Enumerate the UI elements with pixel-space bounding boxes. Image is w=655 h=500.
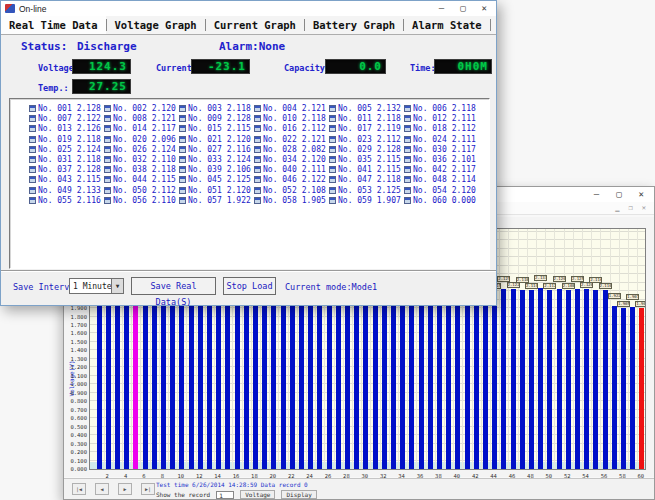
minimize-icon[interactable]: — (594, 190, 599, 199)
cell-row: No. 0532.125 (329, 186, 401, 195)
cell-number: No. 008 (113, 114, 147, 123)
battery-bar-57 (612, 306, 617, 469)
battery-bar-21 (281, 289, 286, 469)
tab-voltage-graph[interactable]: Voltage Graph (107, 16, 205, 34)
battery-bar-5 (133, 288, 138, 469)
cell-voltage: 2.112 (377, 135, 401, 144)
close-icon[interactable]: ✕ (482, 4, 487, 13)
cell-icon (254, 156, 261, 163)
cell-icon (104, 146, 111, 153)
cell-number: No. 029 (338, 145, 372, 154)
battery-bar-14 (216, 290, 221, 469)
cell-number: No. 057 (188, 196, 222, 205)
bar-value-label: 1.907 (626, 294, 639, 300)
cell-row: No. 0581.905 (254, 196, 326, 205)
nav-prev-icon[interactable]: ◀ (95, 483, 109, 495)
cell-number: No. 034 (263, 155, 297, 164)
display-button[interactable]: Display (281, 490, 316, 499)
save-real-data-button[interactable]: Save Real Data(S) (131, 277, 216, 295)
child-maximize-icon[interactable]: ❐ (629, 205, 633, 212)
cell-voltage: 2.118 (227, 104, 251, 113)
cell-voltage: 2.111 (302, 165, 326, 174)
cell-row: No. 0152.115 (179, 124, 251, 133)
cell-icon (404, 105, 411, 112)
cell-voltage: 2.110 (152, 155, 176, 164)
cell-icon (29, 166, 36, 173)
bar-value-label: 2.116 (589, 277, 602, 283)
cell-icon (29, 187, 36, 194)
maximize-icon[interactable]: ▢ (616, 190, 621, 199)
battery-bar-60 (639, 308, 644, 469)
cell-voltage: 2.133 (77, 186, 101, 195)
cell-row: No. 0422.117 (404, 165, 476, 174)
y-tick-label: 1.400 (64, 347, 87, 353)
front-window-titlebar: On-line — ▢ ✕ (1, 1, 496, 16)
tab-real-time-data[interactable]: Real Time Data (1, 16, 106, 34)
tab-alarm-state[interactable]: Alarm State (404, 16, 490, 34)
cell-number: No. 048 (413, 175, 447, 184)
child-minimize-icon[interactable]: ▁ (615, 205, 619, 212)
y-tick-label: 0.000 (64, 466, 87, 472)
cell-voltage: 2.115 (77, 175, 101, 184)
window-title: On-line (19, 4, 439, 14)
chevron-down-icon[interactable]: ▼ (111, 279, 123, 293)
temp-label: Temp.: (38, 83, 69, 93)
cell-number: No. 014 (113, 124, 147, 133)
nav-last-icon[interactable]: ▶| (141, 483, 155, 495)
battery-bar-53 (575, 289, 580, 469)
cell-voltage: 2.115 (377, 155, 401, 164)
cell-number: No. 023 (338, 135, 372, 144)
cell-voltage: 2.124 (152, 145, 176, 154)
bar-value-label: 2.125 (497, 276, 510, 282)
maximize-icon[interactable]: ▢ (460, 4, 465, 13)
cell-icon (404, 156, 411, 163)
battery-bar-16 (235, 290, 240, 469)
cell-row: No. 0362.101 (404, 155, 476, 164)
y-tick-label: 1.500 (64, 339, 87, 345)
cell-icon (104, 105, 111, 112)
cell-row: No. 0282.082 (254, 145, 326, 154)
battery-bar-41 (465, 290, 470, 469)
cell-voltage: 2.121 (302, 135, 326, 144)
cell-icon (179, 125, 186, 132)
temp-led-display: 27.25 (72, 79, 131, 94)
tab-battery-graph[interactable]: Battery Graph (305, 16, 403, 34)
cell-row: No. 0262.124 (104, 145, 176, 154)
cell-number: No. 038 (113, 165, 147, 174)
voltage-button[interactable]: Voltage (240, 490, 275, 499)
cell-number: No. 007 (38, 114, 72, 123)
cell-icon (179, 146, 186, 153)
cell-number: No. 041 (338, 165, 372, 174)
alarm-status: Alarm:None (219, 40, 285, 53)
cell-row: No. 0512.120 (179, 186, 251, 195)
tab-current-graph[interactable]: Current Graph (206, 16, 304, 34)
y-tick-label: 1.300 (64, 356, 87, 362)
battery-bar-1 (97, 289, 102, 469)
bar-value-label: 2.114 (525, 283, 538, 289)
cell-icon (104, 176, 111, 183)
cell-row: No. 0322.110 (104, 155, 176, 164)
cell-icon (254, 136, 261, 143)
cell-row: No. 0342.120 (254, 155, 326, 164)
bar-value-label: 1.900 (635, 301, 646, 307)
gridline-v (573, 229, 574, 469)
cell-row: No. 0542.120 (404, 186, 476, 195)
record-number-input[interactable]: 1 (216, 491, 234, 499)
stop-load-button[interactable]: Stop Load (223, 277, 276, 295)
y-tick-label: 1.200 (64, 364, 87, 370)
cell-number: No. 009 (188, 114, 222, 123)
y-tick-label: 0.800 (64, 398, 87, 404)
save-interval-value: 1 Minute (73, 282, 112, 291)
child-close-icon[interactable]: ✕ (642, 205, 646, 212)
cell-voltage: 0.000 (452, 196, 476, 205)
nav-next-icon[interactable]: ▶ (118, 483, 132, 495)
time-label: Time: (410, 63, 436, 73)
cell-icon (29, 156, 36, 163)
gridline-v (582, 229, 583, 469)
cell-voltage: 1.907 (377, 196, 401, 205)
save-interval-dropdown[interactable]: 1 Minute ▼ (69, 278, 124, 294)
close-icon[interactable]: ✕ (639, 190, 644, 199)
cell-row: No. 0352.115 (329, 155, 401, 164)
nav-first-icon[interactable]: |◀ (72, 483, 86, 495)
minimize-icon[interactable]: — (439, 4, 444, 13)
